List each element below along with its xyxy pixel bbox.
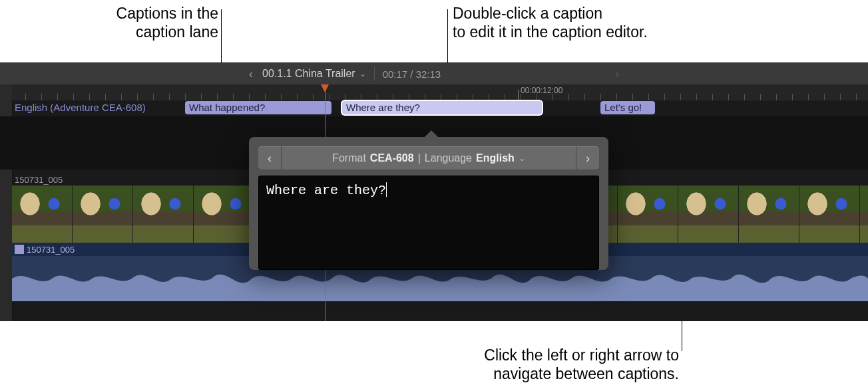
ruler-tick [728,94,729,100]
caption-clip-selected[interactable]: Where are they? [342,101,542,114]
ruler-tick [441,94,441,100]
video-thumbnail [133,186,194,243]
caption-text-value: Where are they? [266,183,386,198]
separator: | [418,152,421,164]
divider [374,67,375,80]
ruler-tick [489,94,489,100]
ruler-tick [584,94,585,100]
ruler-tick [473,94,473,100]
ruler-tick [856,94,857,100]
video-thumbnail [799,186,860,243]
timeline-header: ‹ 00.1.1 China Trailer ⌄ 00:17 / 32:13 › [0,63,868,84]
ruler-tick [297,94,298,100]
ruler-tick [201,94,202,100]
ruler-tick [249,94,250,100]
caption-editor-popover: ‹ Format CEA-608 | Language English ⌄ › … [249,137,608,270]
history-back-button[interactable]: ‹ [240,67,262,81]
annotation-caption-lane: Captions in the caption lane [39,4,218,41]
timeline-ruler[interactable]: 00:00:12:00 [12,84,868,100]
language-label: Language [425,152,472,164]
caption-lane-label: English (Adventure CEA-608) [15,102,146,113]
history-forward-button[interactable]: › [606,67,628,81]
annotation-double-click: Double-click a caption to edit it in the… [453,4,732,41]
ruler-tick [409,94,409,100]
ruler-tick [568,94,569,100]
ruler-tick [217,94,218,100]
audio-clip-label: 150731_005 [27,245,75,255]
ruler-tick [265,94,266,100]
ruler-tick-major [518,90,519,100]
ruler-tick [329,94,329,100]
ruler-tick [425,94,425,100]
video-thumbnail [12,186,73,243]
ruler-tick [89,94,90,100]
ruler-tick [760,94,761,100]
ruler-tick [25,94,26,100]
ruler-tick [648,94,649,100]
ruler-tick [840,94,841,100]
ruler-tick [105,94,106,100]
ruler-tick [616,94,617,100]
caption-text-input[interactable]: Where are they? [258,176,599,270]
video-thumbnail [194,186,254,243]
video-thumbnail [860,186,868,243]
caption-lane: English (Adventure CEA-608) What happene… [12,100,868,116]
ruler-tick [824,94,825,100]
ruler-tick [393,94,393,100]
ruler-tick [537,94,537,100]
format-label: Format [332,152,366,164]
ruler-tick [153,94,154,100]
ruler-tick [600,94,601,100]
ruler-tick [73,94,74,100]
ruler-tick [233,94,234,100]
ruler-tick [137,94,138,100]
video-thumbnail [739,186,799,243]
ruler-tick [457,94,457,100]
ruler-tick [185,94,186,100]
format-value: CEA-608 [370,152,414,164]
ruler-tick [121,94,122,100]
ruler-tick [521,94,521,100]
video-clip-label: 150731_005 [15,175,63,185]
ruler-tick [281,94,282,100]
ruler-tick [632,94,633,100]
ruler-tick [680,94,681,100]
ruler-tick [169,94,170,100]
video-thumbnail [73,186,133,243]
text-caret [386,182,387,197]
project-title-dropdown[interactable]: 00.1.1 China Trailer ⌄ [262,68,366,80]
chevron-down-icon: ⌄ [519,154,525,163]
ruler-tick [313,94,314,100]
caption-prev-button[interactable]: ‹ [258,146,282,170]
annotation-nav-arrows: Click the left or right arrow to navigat… [430,346,679,383]
caption-next-button[interactable]: › [576,146,599,170]
ruler-tick [776,94,777,100]
ruler-tick [664,94,665,100]
chevron-down-icon: ⌄ [359,69,366,78]
ruler-tick [552,94,553,100]
ruler-tick [345,94,345,100]
filmstrip-icon [15,245,24,254]
ruler-tick [792,94,793,100]
ruler-tick-label: 00:00:12:00 [521,86,562,95]
caption-clip[interactable]: What happened? [185,101,331,114]
caption-format-dropdown[interactable]: Format CEA-608 | Language English ⌄ [282,146,576,170]
timecode-display: 00:17 / 32:13 [383,68,441,80]
ruler-tick [377,94,377,100]
ruler-tick [712,94,713,100]
video-thumbnail [678,186,739,243]
ruler-tick [361,94,361,100]
ruler-tick [744,94,745,100]
project-title-text: 00.1.1 China Trailer [262,68,355,80]
ruler-tick [41,94,42,100]
ruler-tick [808,94,809,100]
ruler-tick [696,94,697,100]
video-thumbnail [618,186,678,243]
ruler-tick [57,94,58,100]
language-value: English [476,152,515,164]
ruler-tick [505,94,505,100]
caption-clip[interactable]: Let's go! [600,101,655,114]
